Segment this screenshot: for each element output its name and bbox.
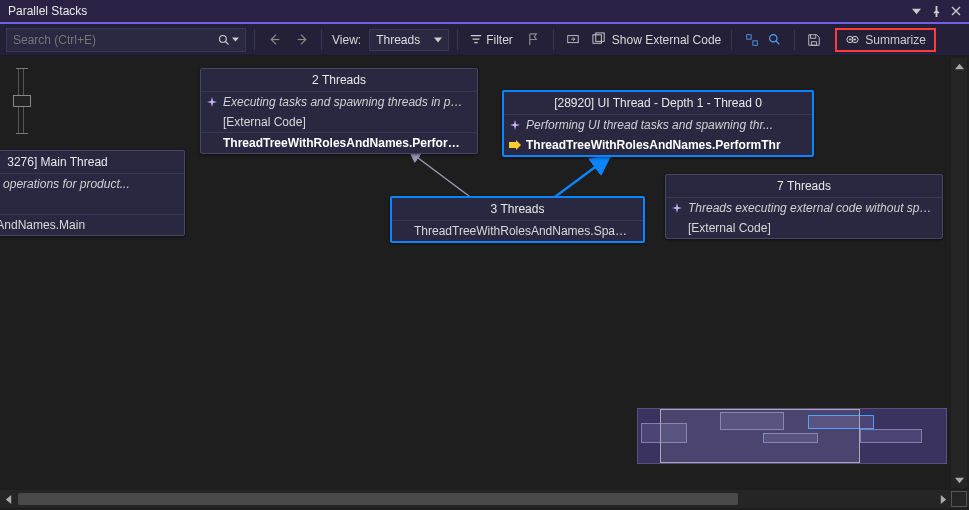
node-row[interactable]: in thread operations for product...: [0, 174, 184, 194]
nav-back-button[interactable]: [263, 29, 285, 51]
search-input-wrap[interactable]: [6, 28, 246, 52]
view-dropdown[interactable]: Threads: [369, 29, 449, 51]
node-row[interactable]: [External Code]: [666, 218, 942, 238]
view-label: View:: [330, 33, 363, 47]
current-frame-arrow-icon: [509, 139, 521, 151]
zoom-search-button[interactable]: [763, 29, 785, 51]
scroll-left-arrow[interactable]: [0, 491, 16, 507]
zoom-group: [740, 28, 786, 52]
stack-frames-icon: [592, 32, 607, 47]
node-row[interactable]: ThreadTreeWithRolesAndNames.SpawnThre...: [392, 221, 643, 241]
title-bar: Parallel Stacks: [0, 0, 969, 24]
show-external-code-button[interactable]: Show External Code: [590, 29, 723, 51]
vertical-scrollbar[interactable]: [951, 58, 967, 488]
view-dropdown-value: Threads: [376, 33, 420, 47]
node-row[interactable]: ThreadTreeWithRolesAndNames.PerformThr: [504, 135, 812, 155]
pin-icon[interactable]: [929, 4, 943, 18]
toolbar-divider: [254, 30, 255, 50]
zoom-slider[interactable]: [18, 68, 24, 134]
scroll-right-arrow[interactable]: [935, 491, 951, 507]
node-header: 3276] Main Thread: [0, 151, 184, 174]
close-icon[interactable]: [949, 4, 963, 18]
node-two-threads[interactable]: 2 Threads Executing tasks and spawning t…: [200, 68, 478, 154]
summarize-button[interactable]: Summarize: [835, 28, 936, 52]
zoom-to-fit-button[interactable]: [741, 29, 763, 51]
scrollbar-thumb[interactable]: [18, 493, 738, 505]
node-main-thread[interactable]: 3276] Main Thread in thread operations f…: [0, 150, 185, 236]
filter-icon: [470, 34, 482, 46]
node-seven-threads[interactable]: 7 Threads Threads executing external cod…: [665, 174, 943, 239]
filter-button[interactable]: Filter: [466, 29, 517, 51]
title-bar-controls: [909, 4, 963, 18]
save-button[interactable]: [803, 29, 825, 51]
node-ui-thread[interactable]: [28920] UI Thread - Depth 1 - Thread 0 P…: [502, 90, 814, 157]
svg-rect-6: [596, 33, 604, 41]
node-row[interactable]: ThreadTreeWithRolesAndNames.Perform...: [201, 132, 477, 153]
svg-line-1: [226, 41, 229, 44]
stacks-canvas[interactable]: 3276] Main Thread in thread operations f…: [0, 58, 969, 488]
toolbar-divider: [457, 30, 458, 50]
svg-point-13: [849, 39, 851, 41]
search-input[interactable]: [13, 33, 218, 47]
scroll-down-arrow[interactable]: [951, 472, 967, 488]
autoscroll-button[interactable]: [562, 29, 584, 51]
filter-label: Filter: [486, 33, 513, 47]
svg-point-0: [220, 35, 227, 42]
scrollbar-track[interactable]: [16, 490, 935, 508]
node-row[interactable]: ithRolesAndNames.Main: [0, 214, 184, 235]
scroll-up-arrow[interactable]: [951, 58, 967, 74]
node-row[interactable]: Executing tasks and spawning threads in …: [201, 92, 477, 112]
sparkle-icon: [206, 96, 218, 108]
flag-button[interactable]: [523, 29, 545, 51]
node-header: 7 Threads: [666, 175, 942, 198]
scroll-box-icon[interactable]: [951, 491, 967, 507]
svg-rect-7: [747, 34, 751, 38]
sparkle-icon: [671, 202, 683, 214]
minimap-viewport[interactable]: [660, 409, 860, 463]
toolbar-divider: [794, 30, 795, 50]
window-title: Parallel Stacks: [8, 4, 87, 18]
chevron-down-icon: [434, 36, 442, 44]
svg-rect-5: [593, 35, 601, 43]
svg-point-9: [769, 35, 776, 42]
window-dropdown-icon[interactable]: [909, 4, 923, 18]
node-row[interactable]: Performing UI thread tasks and spawning …: [504, 115, 812, 135]
summarize-label: Summarize: [865, 33, 926, 47]
toolbar-divider: [321, 30, 322, 50]
search-icon[interactable]: [218, 34, 239, 46]
toolbar-divider: [553, 30, 554, 50]
zoom-slider-knob[interactable]: [13, 95, 31, 107]
node-row[interactable]: le]: [0, 194, 184, 214]
svg-rect-8: [753, 40, 757, 44]
node-row[interactable]: Threads executing external code without …: [666, 198, 942, 218]
toolbar: View: Threads Filter Show External Code: [0, 24, 969, 56]
minimap[interactable]: [637, 408, 947, 464]
toolbar-divider: [731, 30, 732, 50]
copilot-icon: [845, 32, 860, 47]
show-external-code-label: Show External Code: [612, 33, 721, 47]
svg-line-10: [776, 41, 779, 44]
node-header: 3 Threads: [392, 198, 643, 221]
sparkle-icon: [509, 119, 521, 131]
svg-point-14: [854, 39, 856, 41]
node-row[interactable]: [External Code]: [201, 112, 477, 132]
node-header: [28920] UI Thread - Depth 1 - Thread 0: [504, 92, 812, 115]
node-three-threads[interactable]: 3 Threads ThreadTreeWithRolesAndNames.Sp…: [390, 196, 645, 243]
node-header: 2 Threads: [201, 69, 477, 92]
nav-forward-button[interactable]: [291, 29, 313, 51]
minimap-node: [860, 429, 922, 443]
horizontal-scrollbar[interactable]: [0, 490, 969, 508]
